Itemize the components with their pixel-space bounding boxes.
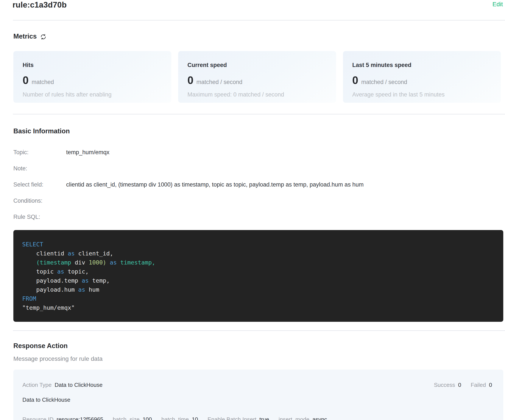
action-params-row: Resource ID resource:12f56965 batch_size… — [22, 416, 492, 420]
failed-pair: Failed 0 — [471, 382, 492, 388]
info-row-select-field: Select field: clientid as client_id, (ti… — [13, 182, 505, 188]
action-stats: Success 0 Failed 0 — [434, 382, 492, 388]
metric-card-hits: Hits 0 matched Number of rules hits afte… — [13, 51, 171, 103]
code-line: "temp_hum/emqx" — [22, 303, 495, 312]
action-name: Data to ClickHouse — [22, 396, 492, 403]
info-label: Topic: — [13, 149, 66, 155]
sql-divider — [13, 330, 505, 331]
basic-info-heading: Basic Information — [13, 127, 505, 135]
param-value: 10 — [192, 416, 198, 420]
param-value: 100 — [143, 416, 152, 420]
metric-caption: Number of rules hits after enabling — [23, 91, 162, 98]
param-value: true — [259, 416, 269, 420]
param-label: batch_time — [161, 416, 189, 420]
param-value: resource:12f56965 — [57, 416, 103, 420]
response-action-heading-label: Response Action — [13, 342, 68, 350]
failed-count: 0 — [489, 382, 492, 388]
metric-title: Current speed — [187, 62, 327, 69]
code-line: payload.temp as temp, — [22, 276, 495, 285]
refresh-icon[interactable] — [40, 33, 47, 40]
code-line: FROM — [22, 294, 495, 303]
action-card: Action Type Data to ClickHouse Success 0… — [13, 370, 503, 420]
param-enable-batch-insert: Enable Batch Insert true — [208, 416, 269, 420]
metric-unit: matched / second — [196, 79, 242, 86]
metric-cards-row: Hits 0 matched Number of rules hits afte… — [13, 51, 504, 103]
code-line: clientid as client_id, — [22, 249, 495, 258]
header-divider — [13, 20, 505, 20]
metric-value: 0 — [23, 74, 29, 87]
metric-value-row: 0 matched / second — [187, 74, 327, 87]
action-type-label: Action Type — [22, 382, 51, 388]
info-value: temp_hum/emqx — [66, 149, 109, 155]
basic-info-rows: Topic: temp_hum/emqx Note: Select field:… — [13, 149, 505, 220]
code-line: SELECT — [22, 240, 495, 249]
success-count: 0 — [458, 382, 461, 388]
param-batch-size: batch_size 100 — [113, 416, 152, 420]
metric-value: 0 — [352, 74, 358, 87]
metrics-section-heading: Metrics — [13, 32, 505, 40]
edit-link[interactable]: Edit — [492, 1, 503, 8]
code-line: payload.hum as hum — [22, 285, 495, 294]
info-row-topic: Topic: temp_hum/emqx — [13, 149, 505, 155]
success-label: Success — [434, 382, 455, 388]
info-row-rule-sql: Rule SQL: — [13, 214, 505, 220]
param-resource-id: Resource ID resource:12f56965 — [22, 416, 103, 420]
param-value: async — [312, 416, 327, 420]
action-type-value: Data to ClickHouse — [55, 382, 102, 388]
metric-title: Hits — [23, 62, 162, 69]
param-label: Enable Batch Insert — [208, 416, 256, 420]
metric-card-last5min-speed: Last 5 minutes speed 0 matched / second … — [343, 51, 501, 103]
response-action-subtitle: Message processing for rule data — [13, 355, 505, 362]
action-type-pair: Action Type Data to ClickHouse — [22, 382, 102, 388]
metric-caption: Average speed in the last 5 minutes — [352, 91, 492, 98]
metric-value-row: 0 matched — [23, 74, 162, 87]
failed-label: Failed — [471, 382, 486, 388]
basic-info-heading-label: Basic Information — [13, 127, 70, 135]
metric-unit: matched / second — [361, 79, 407, 86]
code-line: topic as topic, — [22, 267, 495, 276]
action-type-row: Action Type Data to ClickHouse Success 0… — [22, 382, 492, 388]
info-value: clientid as client_id, (timestamp div 10… — [66, 182, 364, 188]
param-batch-time: batch_time 10 — [161, 416, 198, 420]
info-label: Note: — [13, 165, 66, 171]
success-pair: Success 0 — [434, 382, 461, 388]
response-action-heading: Response Action — [13, 342, 505, 350]
page-header: rule:c1a3d70b Edit — [0, 0, 505, 20]
metric-caption: Maximum speed: 0 matched / second — [187, 91, 327, 98]
metric-card-current-speed: Current speed 0 matched / second Maximum… — [178, 51, 336, 103]
page-title: rule:c1a3d70b — [13, 0, 67, 9]
param-insert-mode: insert_mode async — [278, 416, 327, 420]
metric-unit: matched — [32, 79, 54, 86]
metrics-divider — [13, 114, 505, 114]
rule-detail-page: rule:c1a3d70b Edit Metrics Hits 0 matche… — [0, 0, 505, 420]
rule-sql-code: SELECT clientid as client_id, (timestamp… — [13, 230, 503, 322]
metric-value-row: 0 matched / second — [352, 74, 492, 87]
metric-title: Last 5 minutes speed — [352, 62, 492, 69]
info-row-note: Note: — [13, 165, 505, 171]
param-label: Resource ID — [22, 416, 54, 420]
metric-value: 0 — [187, 74, 194, 87]
info-label: Conditions: — [13, 198, 66, 204]
metrics-heading-label: Metrics — [13, 32, 37, 40]
code-line: (timestamp div 1000) as timestamp, — [22, 258, 495, 267]
param-label: insert_mode — [278, 416, 309, 420]
param-label: batch_size — [113, 416, 139, 420]
info-row-conditions: Conditions: — [13, 198, 505, 204]
info-label: Rule SQL: — [13, 214, 66, 220]
info-label: Select field: — [13, 182, 66, 188]
